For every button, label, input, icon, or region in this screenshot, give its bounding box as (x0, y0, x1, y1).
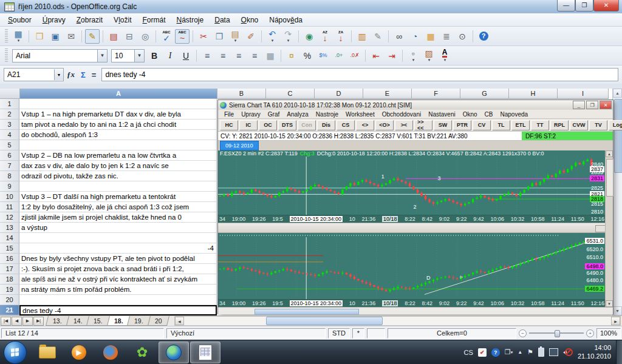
function-wizard-button[interactable]: ƒx (67, 70, 75, 79)
chevron-down-icon[interactable]: ▼ (134, 50, 144, 62)
zoom-button[interactable]: ⊙ (455, 29, 470, 44)
cut-button[interactable]: ✂ (196, 29, 211, 44)
gallery-button[interactable]: ▦ (423, 29, 438, 44)
pdf-export-button[interactable]: ▤ (106, 29, 121, 44)
sierra-menu-cb[interactable]: CB (481, 111, 497, 118)
sierra-toolbar-tv-button[interactable]: TV (589, 120, 607, 130)
row-header-19[interactable]: 19 (0, 285, 19, 295)
sierra-toolbar-con-button[interactable]: Con (298, 120, 316, 130)
draw-functions-button[interactable]: ✎ (371, 29, 385, 44)
volume-muted-icon[interactable] (563, 348, 572, 356)
cell-a19[interactable]: na stráty mám s tím pořád problém. (19, 285, 217, 295)
sierra-toolbar-oc-button[interactable]: OC (259, 120, 277, 130)
scroll-right-arrow[interactable]: ▶ (611, 317, 620, 325)
minimize-button[interactable]: — (557, 0, 575, 12)
zoom-in-button[interactable]: + (586, 329, 594, 337)
row-header-9[interactable]: 9 (0, 181, 19, 192)
chart2-plot[interactable]: D▹6520.06510.06500.06490.06480.06531.064… (218, 237, 613, 299)
sierra-menu-analyza[interactable]: Analyza (283, 111, 312, 118)
row-header-6[interactable]: 6 (0, 150, 19, 161)
chart-button[interactable]: ▥ (355, 29, 369, 44)
clock[interactable]: 14:00 21.10.2010 (578, 344, 611, 361)
menu-okno[interactable]: Okno (236, 15, 264, 25)
maximize-button[interactable]: ❐ (575, 0, 593, 12)
column-header-f[interactable]: F (412, 89, 460, 99)
background-color-button[interactable]: ▨▾ (422, 49, 436, 63)
zoom-out-button[interactable]: − (519, 329, 527, 337)
price-scale[interactable]: 6520.06510.06500.06490.06480.06531.06498… (580, 237, 604, 299)
select-all-corner[interactable] (0, 89, 20, 99)
taskbar-firefox-button[interactable] (95, 342, 126, 363)
sierra-chart-window[interactable]: Sierra Chart TA 610 2010-10-18 17:02:38 … (217, 99, 613, 314)
sheet-tab-15[interactable]: 15. (86, 316, 110, 326)
number-currency-button[interactable]: ¤ (284, 49, 299, 63)
cell-a18[interactable]: ale spíš asi ne až v ostrý při víc kontr… (19, 274, 217, 285)
column-header-h[interactable]: H (509, 89, 558, 99)
row-header-4[interactable]: 4 (0, 130, 19, 140)
horizontal-scrollbar[interactable]: ◀ ▶ (174, 316, 621, 326)
sierra-vertical-scrollbar[interactable]: ▲ ▼ (605, 150, 613, 307)
row-header-8[interactable]: 8 (0, 171, 19, 181)
cell-a1[interactable] (19, 99, 217, 109)
chevron-down-icon[interactable]: ▾ (234, 38, 237, 42)
column-header-i[interactable]: I (558, 89, 609, 99)
page-style[interactable]: Výchozí (166, 328, 326, 339)
function-button[interactable]: = (92, 70, 97, 79)
email-button[interactable]: ✉ (64, 29, 78, 44)
sierra-toolbar-ic-button[interactable]: IC (239, 120, 258, 130)
sierra-horizontal-scrollbar[interactable] (218, 307, 613, 314)
zoom-slider[interactable]: − + (519, 329, 594, 337)
sierra-menu-nastroje[interactable]: Nastroje (312, 111, 342, 118)
align-center-button[interactable]: ≡ (216, 49, 230, 63)
cell-a3[interactable]: tam pivot a nedalo by to ani na 1:2 a já… (19, 120, 217, 130)
cell-a10[interactable]: Vstup 3 – DT další na high premarketu a … (19, 192, 217, 202)
sierra-menu-napoveda[interactable]: Napoveda (497, 111, 532, 118)
sierra-toolbar-item-button[interactable]: >< (395, 120, 413, 130)
sierra-menu-nastaveni[interactable]: Nastaveni (425, 111, 459, 118)
column-header-d[interactable]: D (315, 89, 363, 99)
sierra-menu-file[interactable]: File (220, 111, 238, 118)
chart1-plot[interactable]: 123284028352825281528102837283128212818 (218, 157, 613, 215)
taskbar-media-player-button[interactable]: ▶ (64, 342, 94, 363)
sierra-toolbar-o-button[interactable]: <O> (375, 120, 394, 130)
sierra-close-button[interactable]: ✕ (600, 101, 612, 109)
sierra-toolbar-hc-button[interactable]: HC (220, 120, 238, 130)
last-sheet-button[interactable]: ▶| (33, 317, 44, 326)
row-header-1[interactable]: 1 (0, 99, 19, 109)
borders-button[interactable]: ▫▾ (406, 49, 420, 63)
cell-a11[interactable]: 1:2 by bylo dosažitelný, ale já chci asp… (19, 202, 217, 212)
row-header-14[interactable]: 14 (0, 233, 19, 243)
menu-nstroje[interactable]: Nástroje (171, 15, 210, 25)
cell-a2[interactable]: Vstup 1 – na high premarketu DT dax v di… (19, 109, 217, 120)
sierra-minimize-button[interactable]: _ (573, 101, 585, 109)
window-switch-icon[interactable]: ❐▾ (505, 348, 513, 356)
language-indicator[interactable]: CS (463, 349, 473, 356)
sheet-tab-13[interactable]: 13. (46, 316, 69, 326)
es-futures-chart[interactable]: F.ESXZ0 2 min #2 C:2837 T:119 Chg:3 DChg… (218, 150, 613, 223)
menu-npovda[interactable]: Nápověda (264, 15, 308, 25)
help-tray-icon[interactable]: ? (491, 348, 500, 357)
sierra-menu-upravy[interactable]: Upravy (238, 111, 264, 118)
scrollbar-thumb[interactable] (614, 99, 622, 173)
sierra-toolbar-log-button[interactable]: Log (609, 120, 622, 130)
undo-button[interactable]: ↶▾ (265, 29, 279, 44)
sierra-toolbar-etl-button[interactable]: ETL (511, 120, 530, 130)
column-header-b[interactable]: B (217, 89, 266, 99)
scroll-down-arrow[interactable]: ▼ (606, 300, 613, 307)
scroll-up-arrow[interactable]: ▲ (613, 89, 622, 98)
cell-a5[interactable] (19, 140, 217, 150)
bold-button[interactable]: B (147, 49, 162, 63)
sierra-toolbar-cvw-button[interactable]: CVW (570, 120, 588, 130)
chevron-down-icon[interactable]: ▾ (272, 38, 274, 42)
paste-button[interactable]: ▤▾ (228, 29, 242, 44)
number-percent-button[interactable]: % (300, 49, 315, 63)
redo-button[interactable]: ↷▾ (281, 29, 295, 44)
scrollbar-thumb[interactable] (266, 317, 383, 325)
column-header-c[interactable]: C (266, 89, 315, 99)
cell-a21[interactable]: dnes tedy -4 (19, 305, 217, 315)
open-button[interactable]: ❒ (32, 29, 47, 44)
help-button[interactable]: ? (476, 29, 491, 44)
chevron-down-icon[interactable]: ▾ (428, 58, 431, 62)
font-name-combobox[interactable]: Arial ▼ (12, 49, 108, 62)
prev-sheet-button[interactable]: ◀ (12, 317, 22, 326)
